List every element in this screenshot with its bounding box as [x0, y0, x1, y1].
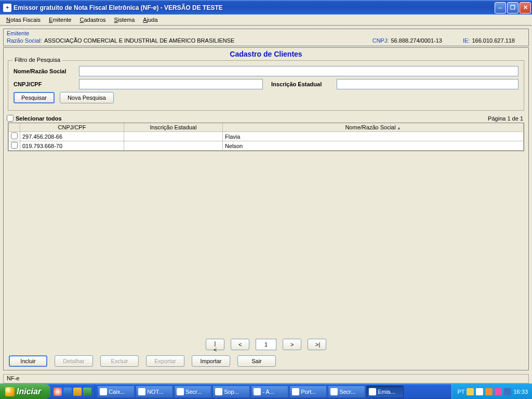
close-button[interactable]: ✕ — [520, 2, 531, 14]
task-label: Port... — [301, 389, 316, 395]
ie-icon[interactable] — [63, 388, 72, 396]
sort-asc-icon: ▲ — [397, 126, 401, 130]
task-app-icon — [330, 388, 338, 395]
cell-nome: Nelson — [223, 141, 524, 151]
row-checkbox[interactable] — [11, 132, 18, 139]
tray-icon-1[interactable] — [467, 388, 474, 395]
col-nome[interactable]: Nome/Razão Social▲ — [223, 123, 524, 132]
taskbar-task[interactable]: Port... — [289, 385, 327, 398]
minimize-button[interactable]: ─ — [495, 2, 506, 14]
taskbar-task[interactable]: Sop... — [212, 385, 250, 398]
excluir-button[interactable]: Excluir — [100, 355, 139, 367]
row-checkbox[interactable] — [11, 142, 18, 149]
nome-input[interactable] — [79, 66, 518, 76]
taskbar-task[interactable]: Caix... — [97, 385, 135, 398]
task-app-icon — [215, 388, 222, 395]
windows-logo-icon — [5, 387, 15, 396]
task-app-icon — [177, 388, 184, 395]
pager-prev-button[interactable]: < — [231, 339, 249, 350]
incluir-button[interactable]: Incluir — [9, 355, 47, 367]
taskbar-task[interactable]: Secr... — [328, 385, 365, 398]
menu-sistema[interactable]: Sistema — [111, 16, 138, 24]
cell-ie — [124, 132, 223, 141]
menu-emitente[interactable]: Emitente — [46, 16, 74, 24]
start-button[interactable]: Iniciar — [0, 384, 50, 399]
tray-icon-2[interactable] — [476, 388, 483, 395]
cnpj-label: CNPJ: — [373, 37, 389, 44]
window-title: Emissor gratuito de Nota Fiscal Eletrôni… — [14, 4, 495, 11]
exportar-button[interactable]: Exportar — [146, 355, 184, 367]
content-panel: Cadastro de Clientes Filtro de Pesquisa … — [3, 47, 529, 370]
detalhar-button[interactable]: Detalhar — [55, 355, 93, 367]
task-app-icon — [100, 388, 107, 395]
chrome-icon[interactable] — [54, 388, 62, 396]
tray-icon-4[interactable] — [495, 388, 502, 395]
taskbar-task[interactable]: Secr... — [174, 385, 211, 398]
cell-nome: Flavia — [223, 132, 524, 141]
col-checkbox[interactable] — [9, 123, 20, 132]
col-cnpj[interactable]: CNPJ/CPF — [20, 123, 124, 132]
pesquisar-button[interactable]: Pesquisar — [14, 92, 55, 103]
ie-value: 166.010.627.118 — [472, 37, 515, 44]
window-titlebar: ✦ Emissor gratuito de Nota Fiscal Eletrô… — [0, 0, 532, 15]
status-text: NF-e — [7, 375, 19, 381]
action-buttons: Incluir Detalhar Excluir Exportar Import… — [4, 353, 528, 368]
select-all-label: Selecionar todos — [16, 115, 62, 122]
cnpj-value: 56.888.274/0001-13 — [391, 37, 442, 44]
task-label: Emis... — [378, 389, 395, 395]
razao-social-label: Razão Social: — [7, 37, 42, 44]
quick-launch — [50, 384, 95, 399]
tray-icon-3[interactable] — [485, 388, 493, 395]
clock[interactable]: 16:33 — [513, 389, 528, 395]
sair-button[interactable]: Sair — [237, 355, 276, 367]
task-app-icon — [292, 388, 299, 395]
ie-input[interactable] — [337, 79, 518, 89]
status-bar: NF-e — [3, 374, 529, 383]
menu-notas-fiscais[interactable]: Notas Fiscais — [3, 16, 44, 24]
maximize-button[interactable]: ❐ — [507, 2, 518, 14]
cnpjcpf-label: CNPJ/CPF — [14, 81, 76, 87]
task-label: Secr... — [185, 389, 202, 395]
pager-page-input[interactable] — [256, 339, 276, 350]
page-indicator: Página 1 de 1 — [488, 115, 523, 122]
cnpjcpf-input[interactable] — [79, 79, 263, 89]
table-empty-area — [4, 151, 528, 335]
task-app-icon — [254, 388, 261, 395]
app-icon: ✦ — [3, 4, 11, 12]
page-title: Cadastro de Clientes — [4, 48, 528, 60]
task-label: Secr... — [339, 389, 355, 395]
select-all-row: Selecionar todos Página 1 de 1 — [4, 114, 528, 123]
col-ie[interactable]: Inscrição Estadual — [124, 123, 223, 132]
menu-bar: Notas Fiscais Emitente Cadastros Sistema… — [0, 15, 532, 25]
desktop-icon[interactable] — [83, 388, 91, 396]
pager: |< < > >| — [4, 335, 528, 353]
nova-pesquisa-button[interactable]: Nova Pesquisa — [60, 92, 114, 103]
taskbar-task[interactable]: NOT... — [136, 385, 173, 398]
task-label: Sop... — [224, 389, 239, 395]
emitente-panel: Emitente Razão Social: ASSOCIAÇÃO COMERC… — [3, 29, 529, 46]
razao-social-value: ASSOCIAÇÃO COMERCIAL E INDUSTRIAL DE AMÉ… — [44, 37, 235, 44]
pager-last-button[interactable]: >| — [308, 339, 326, 350]
results-table: CNPJ/CPF Inscrição Estadual Nome/Razão S… — [8, 123, 524, 151]
ie-filter-label: Inscrição Estadual — [271, 81, 334, 87]
folder-icon[interactable] — [73, 388, 82, 396]
pager-next-button[interactable]: > — [283, 339, 301, 350]
menu-cadastros[interactable]: Cadastros — [76, 16, 109, 24]
ie-label: IE: — [463, 37, 470, 44]
filter-fieldset: Filtro de Pesquisa Nome/Razão Social CNP… — [8, 60, 524, 111]
taskbar-task[interactable]: Emis... — [366, 385, 404, 398]
select-all-checkbox[interactable] — [7, 115, 14, 122]
taskbar: Iniciar Caix...NOT...Secr...Sop...- A...… — [0, 383, 532, 399]
pager-first-button[interactable]: |< — [206, 339, 224, 350]
nome-label: Nome/Razão Social — [14, 68, 76, 74]
table-row[interactable]: 297.456.208-66Flavia — [9, 132, 524, 141]
importar-button[interactable]: Importar — [192, 355, 230, 367]
task-buttons: Caix...NOT...Secr...Sop...- A...Port...S… — [95, 384, 451, 399]
cell-cnpj: 297.456.208-66 — [20, 132, 124, 141]
table-row[interactable]: 019.793.668-70Nelson — [9, 141, 524, 151]
language-indicator[interactable]: PT — [457, 389, 464, 395]
emitente-title: Emitente — [4, 29, 528, 36]
menu-ajuda[interactable]: Ajuda — [140, 16, 161, 24]
taskbar-task[interactable]: - A... — [251, 385, 288, 398]
tray-icon-5[interactable] — [504, 388, 511, 395]
